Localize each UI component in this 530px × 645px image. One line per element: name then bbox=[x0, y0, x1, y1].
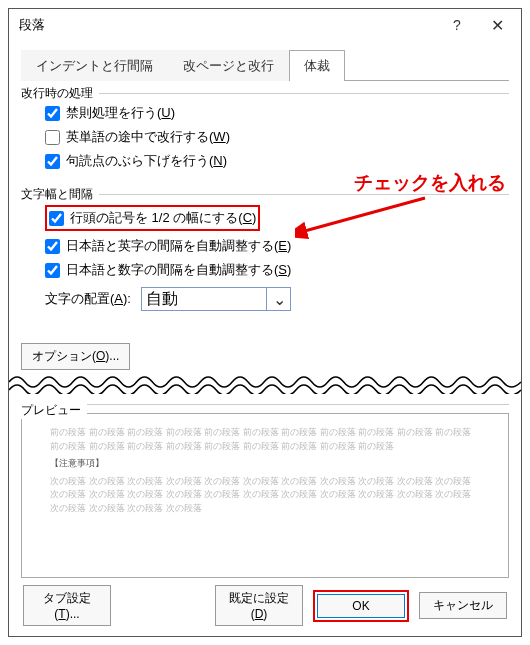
annotation-text: チェックを入れる bbox=[354, 170, 506, 196]
annotation-arrow bbox=[295, 194, 435, 244]
group-spacing-label: 文字幅と間隔 bbox=[21, 186, 99, 203]
group-spacing: 文字幅と間隔 行頭の記号を 1/2 の幅にする(C) 日本語と英字の間隔を自動調… bbox=[21, 194, 509, 325]
window-title: 段落 bbox=[19, 16, 437, 34]
tab-indent[interactable]: インデントと行間隔 bbox=[21, 50, 168, 81]
text-alignment-row: 文字の配置(A): 自動 ⌄ bbox=[45, 287, 509, 311]
text-alignment-label: 文字の配置(A): bbox=[45, 290, 131, 308]
help-icon: ? bbox=[453, 17, 461, 33]
preview-group: プレビュー bbox=[21, 404, 509, 405]
kinsoku-row[interactable]: 禁則処理を行う(U) bbox=[45, 104, 509, 122]
chevron-down-icon: ⌄ bbox=[266, 288, 286, 310]
jp-en-spacing-label: 日本語と英字の間隔を自動調整する(E) bbox=[66, 237, 291, 255]
titlebar: 段落 ? ✕ bbox=[9, 9, 521, 41]
preview-text-after: 次の段落 次の段落 次の段落 次の段落 次の段落 次の段落 次の段落 次の段落 … bbox=[50, 475, 480, 516]
preview-label: プレビュー bbox=[21, 402, 87, 419]
jp-en-spacing-row[interactable]: 日本語と英字の間隔を自動調整する(E) bbox=[45, 237, 509, 255]
half-width-highlight: 行頭の記号を 1/2 の幅にする(C) bbox=[45, 205, 260, 231]
jp-num-spacing-label: 日本語と数字の間隔を自動調整する(S) bbox=[66, 261, 291, 279]
set-default-button[interactable]: 既定に設定(D) bbox=[215, 585, 303, 626]
svg-line-0 bbox=[301, 198, 425, 232]
tab-typography[interactable]: 体裁 bbox=[289, 50, 345, 81]
ok-highlight: OK bbox=[313, 590, 409, 622]
jp-num-spacing-checkbox[interactable] bbox=[45, 263, 60, 278]
word-break-label: 英単語の途中で改行する(W) bbox=[66, 128, 230, 146]
paragraph-dialog: 段落 ? ✕ インデントと行間隔 改ページと改行 体裁 改行時の処理 禁則処理を… bbox=[8, 8, 522, 637]
close-icon: ✕ bbox=[491, 16, 504, 35]
kinsoku-label: 禁則処理を行う(U) bbox=[66, 104, 175, 122]
cut-decoration bbox=[9, 380, 521, 400]
footer: タブ設定(T)... 既定に設定(D) OK キャンセル bbox=[23, 585, 507, 626]
jp-num-spacing-row[interactable]: 日本語と数字の間隔を自動調整する(S) bbox=[45, 261, 509, 279]
tab-settings-button[interactable]: タブ設定(T)... bbox=[23, 585, 111, 626]
preview-box: 前の段落 前の段落 前の段落 前の段落 前の段落 前の段落 前の段落 前の段落 … bbox=[21, 413, 509, 578]
half-width-label: 行頭の記号を 1/2 の幅にする(C) bbox=[70, 209, 256, 227]
help-button[interactable]: ? bbox=[437, 11, 477, 39]
hanging-punct-checkbox[interactable] bbox=[45, 154, 60, 169]
half-width-row[interactable]: 行頭の記号を 1/2 の幅にする(C) bbox=[49, 209, 256, 227]
hanging-punct-row[interactable]: 句読点のぶら下げを行う(N) bbox=[45, 152, 509, 170]
text-alignment-value: 自動 bbox=[146, 289, 178, 310]
word-break-row[interactable]: 英単語の途中で改行する(W) bbox=[45, 128, 509, 146]
tab-bar: インデントと行間隔 改ページと改行 体裁 bbox=[21, 49, 509, 81]
tab-pagebreak[interactable]: 改ページと改行 bbox=[168, 50, 289, 81]
group-linebreak: 改行時の処理 禁則処理を行う(U) 英単語の途中で改行する(W) 句読点のぶら下… bbox=[21, 93, 509, 182]
group-linebreak-label: 改行時の処理 bbox=[21, 85, 99, 102]
word-break-checkbox[interactable] bbox=[45, 130, 60, 145]
jp-en-spacing-checkbox[interactable] bbox=[45, 239, 60, 254]
preview-text-current: 【注意事項】 bbox=[50, 457, 480, 471]
ok-button[interactable]: OK bbox=[317, 594, 405, 618]
kinsoku-checkbox[interactable] bbox=[45, 106, 60, 121]
hanging-punct-label: 句読点のぶら下げを行う(N) bbox=[66, 152, 227, 170]
half-width-checkbox[interactable] bbox=[49, 211, 64, 226]
preview-text-before: 前の段落 前の段落 前の段落 前の段落 前の段落 前の段落 前の段落 前の段落 … bbox=[50, 426, 480, 453]
close-button[interactable]: ✕ bbox=[477, 11, 517, 39]
options-button[interactable]: オプション(O)... bbox=[21, 343, 130, 370]
text-alignment-select[interactable]: 自動 ⌄ bbox=[141, 287, 291, 311]
cancel-button[interactable]: キャンセル bbox=[419, 592, 507, 619]
